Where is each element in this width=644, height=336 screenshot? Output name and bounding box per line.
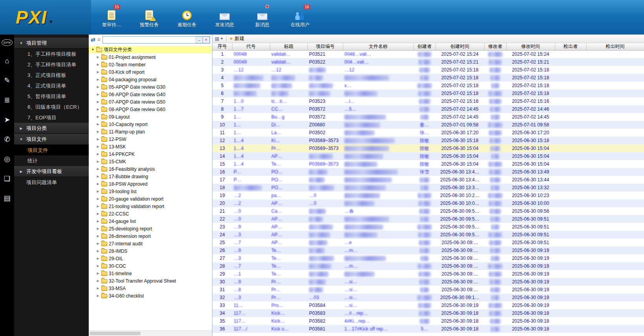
column-header[interactable]: 序号: [212, 43, 232, 50]
sipm-logo[interactable]: SIPM: [2, 39, 13, 46]
column-header[interactable]: 代号: [232, 43, 270, 50]
column-header[interactable]: 创建时间: [435, 43, 484, 50]
table-row[interactable]: 22…0AP…2025-06-30 09:5…2025-06-30 09:51: [212, 215, 644, 223]
tree-folder-item[interactable]: ▶20-gauge validation report: [89, 195, 212, 203]
tree-folder-item[interactable]: ▶21-tooling validation report: [89, 203, 212, 210]
tree-folder-item[interactable]: ▶33-MSA: [89, 285, 212, 292]
tree-folder-item[interactable]: ▶19-tooling list: [89, 188, 212, 195]
table-row[interactable]: 30…9Pr……si…2025-06-30 09:…2025-06-30 09:…: [212, 278, 644, 286]
nav-section[interactable]: ▶项目分类: [14, 123, 89, 134]
nav-item[interactable]: 项目文件: [14, 145, 89, 155]
column-header[interactable]: 文件名称: [343, 43, 413, 50]
edit-icon[interactable]: ✎: [2, 76, 13, 85]
table-row[interactable]: 100048validati…P035210048…vali…2025-07-0…: [212, 50, 644, 58]
tree-folder-item[interactable]: ▶30-COC: [89, 262, 212, 270]
tree-folder-item[interactable]: ▶29-OIL: [89, 255, 212, 262]
tree-folder-item[interactable]: ▶14-PPKCPK: [89, 150, 212, 158]
tree-horizontal-scrollbar[interactable]: [89, 331, 212, 336]
table-row[interactable]: 34117…Kick…P03583…#…rep…2025-06-30 09:18…: [212, 309, 644, 317]
tree-folder-item[interactable]: ▶15-CMK: [89, 158, 212, 165]
nav-item[interactable]: 2、手工样件项目清单: [14, 59, 89, 70]
table-row[interactable]: 121…4Ki…P03569~3573陈敏2025-06-30 15:18202…: [212, 137, 644, 144]
tree-folder-item[interactable]: ▶03-Kick off report: [89, 68, 212, 76]
table-row[interactable]: 91…Bu…gP035722025-07-02 14:452025-07-02 …: [212, 113, 644, 121]
tree-folder-item[interactable]: ▶12-PSW: [89, 135, 212, 143]
home-icon[interactable]: ⌂: [2, 56, 13, 66]
nav-section[interactable]: ▼项目文件: [14, 134, 89, 145]
table-row[interactable]: 28…7Te……m…2025-06-30 09:…2025-06-30 09:1…: [212, 262, 644, 270]
tree-folder-item[interactable]: ▶11-Ramp-up plan: [89, 128, 212, 135]
table-row[interactable]: 32…3Pr……03…si…2025-06-30 09:1…2025-06-30…: [212, 294, 644, 301]
table-row[interactable]: 24…3AP…2025-06-30 09:5…2025-06-30 09:51: [212, 231, 644, 239]
table-row[interactable]: 18PO…2025-06-30 13:3…2025-06-30 13:32: [212, 184, 644, 192]
table-row[interactable]: 29…1Te…2025-06-30 09:…2025-06-30 09:19: [212, 270, 644, 278]
table-row[interactable]: 16P…PO…张雪2025-06-30 13:4…2025-06-30 13:4…: [212, 168, 644, 176]
tree-folder-item[interactable]: ▶34-G60 checklist: [89, 292, 212, 299]
table-row[interactable]: 5x…2025-07-02 15:182025-07-02 15:18: [212, 82, 644, 89]
nav-item[interactable]: 6、旧版本项目（ECR）: [14, 102, 89, 112]
table-row[interactable]: 20…2AP……02025-06-30 10:0…2025-06-30 10:0…: [212, 199, 644, 207]
tree-folder-item[interactable]: ▶10-Capacity report: [89, 121, 212, 128]
table-row[interactable]: 81…7CC…P03572…5…2025-07-02 14:452025-07-…: [212, 105, 644, 113]
topbar-item[interactable]: 16在线用户: [287, 7, 313, 28]
table-row[interactable]: 131…4Pr…P03569~3573陈敏2025-06-30 15:04202…: [212, 144, 644, 152]
column-header[interactable]: 标题: [270, 43, 307, 50]
table-row[interactable]: 17P…PO…2025-06-30 13:4…2025-06-30 13:44: [212, 176, 644, 184]
book-icon[interactable]: ❏: [2, 174, 13, 183]
app-logo[interactable]: PXI ▼: [0, 0, 91, 35]
tree-folder-item[interactable]: ▶27-internal audit: [89, 240, 212, 247]
nav-item[interactable]: 3、正式项目模板: [14, 70, 89, 80]
tree-folder-item[interactable]: ▶16-Feasibility analysis: [89, 165, 212, 173]
tree-folder-item[interactable]: ▶13-MSK: [89, 143, 212, 150]
tree-folder-item[interactable]: ▶06-APQP Gate review G40: [89, 91, 212, 98]
topbar-item[interactable]: 新消息: [249, 7, 276, 28]
tree-folder-item[interactable]: ▶26-dimension report: [89, 232, 212, 240]
tree-root-item[interactable]: ▼项目文件分类: [89, 46, 212, 53]
table-row[interactable]: 101…Di…Z00680姜…2025-07-01 09:582025-07-0…: [212, 121, 644, 129]
table-row[interactable]: 200049validati…P03522004…vali…2025-07-02…: [212, 58, 644, 66]
search-go-button[interactable]: →: [196, 37, 203, 43]
logo-menu-caret-icon[interactable]: ▼: [48, 19, 53, 25]
nav-item[interactable]: 统计: [14, 155, 89, 166]
table-row[interactable]: 3311…Pro…P03584…si…2025-06-30 09:192025-…: [212, 301, 644, 309]
tree-folder-item[interactable]: ▶28-IMDS: [89, 247, 212, 255]
table-row[interactable]: 151…4Te…P03569~3573陈敏2025-06-30 15:04202…: [212, 160, 644, 168]
refresh-icon[interactable]: ⇄: [91, 37, 95, 42]
tree-folder-item[interactable]: ▶24-gauge list: [89, 217, 212, 225]
nav-item[interactable]: 1、手工样件项目模板: [14, 49, 89, 59]
tree-folder-item[interactable]: ▶17-Bubble drawing: [89, 173, 212, 180]
expand-levels-icon[interactable]: ≡: [97, 37, 101, 42]
topbar-item[interactable]: 15签审待…: [98, 7, 125, 28]
tree-folder-item[interactable]: ▶07-APQP Gate review G50: [89, 98, 212, 106]
table-row[interactable]: 71…0tc…ti…P03523…i…2025-07-02 15:162025-…: [212, 97, 644, 105]
nav-section[interactable]: 项目问题清单: [14, 177, 89, 188]
tree-folder-item[interactable]: ▶02-Team member: [89, 61, 212, 68]
tree-folder-item[interactable]: ▶25-developing report: [89, 225, 212, 232]
nav-item[interactable]: 5、暂停项目清单: [14, 91, 89, 102]
tree-folder-item[interactable]: ▶08-APQP Gate review G60: [89, 106, 212, 113]
column-header[interactable]: 项目编号: [307, 43, 343, 50]
table-row[interactable]: 25…7AP……e2025-06-30 09:…2025-06-30 09:51: [212, 239, 644, 247]
send-icon[interactable]: ➤: [2, 115, 13, 124]
new-button[interactable]: ★ 新建: [229, 35, 245, 42]
nav-section[interactable]: ▶开发中项目看板: [14, 166, 89, 177]
tree-folder-item[interactable]: ▶04-packaging proposal: [89, 76, 212, 83]
scrollbar-thumb[interactable]: [90, 332, 141, 335]
table-row[interactable]: 62025-07-02 15:182025-07-02 15:18: [212, 89, 644, 97]
table-row[interactable]: 35117…Kick…P035824#Ki…rep…2025-06-30 09:…: [212, 317, 644, 325]
id-card-icon[interactable]: ▤: [2, 194, 13, 203]
table-row[interactable]: 21…0Ca……春2025-06-30 09:5…2025-06-30 09:5…: [212, 207, 644, 215]
table-row[interactable]: 42025-07-02 15:182025-07-02 15:18: [212, 74, 644, 82]
tree-folder-item[interactable]: ▶22-CCSC: [89, 210, 212, 217]
topbar-item[interactable]: !预警任务: [136, 7, 163, 28]
tree-search-input[interactable]: [103, 37, 196, 43]
table-row[interactable]: 36117…/Kick o…P035811…17#Kick off rep…5……: [212, 325, 644, 333]
tree-folder-item[interactable]: ▶31-timeline: [89, 270, 212, 277]
tree-folder-item[interactable]: ▶32-Tool Transfer Approval Sheet: [89, 277, 212, 285]
table-row[interactable]: 23…9AP…2025-06-30 09:5…2025-06-30 09:51: [212, 223, 644, 231]
tree-folder-item[interactable]: ▶18-PSW Approved: [89, 180, 212, 188]
chat-icon[interactable]: ✆: [2, 135, 13, 144]
column-header[interactable]: 修改者: [484, 43, 506, 50]
tree-folder-item[interactable]: ▶01-Project assignment: [89, 53, 212, 61]
table-row[interactable]: 19…2pa……02025-06-30 10:2…2025-06-30 10:2…: [212, 192, 644, 199]
